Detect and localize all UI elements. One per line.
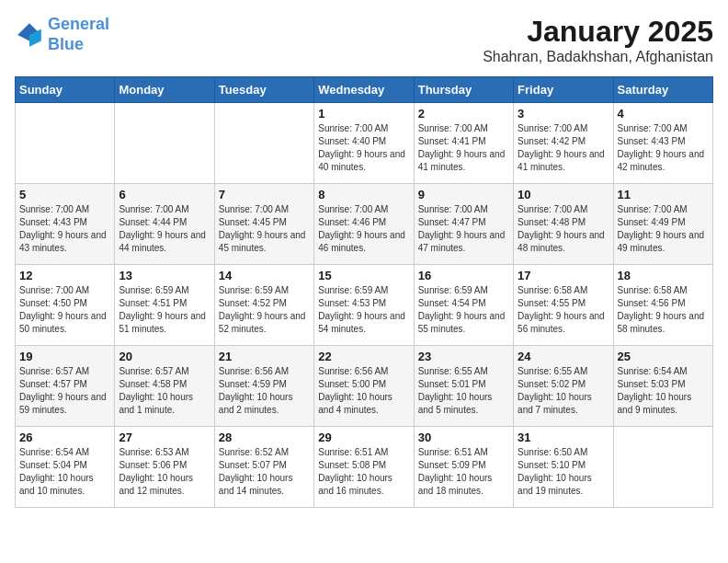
header-saturday: Saturday <box>613 77 712 103</box>
table-row: 27Sunrise: 6:53 AM Sunset: 5:06 PM Dayli… <box>115 427 214 508</box>
logo: General Blue <box>15 15 109 54</box>
day-number: 10 <box>518 188 609 201</box>
table-row: 30Sunrise: 6:51 AM Sunset: 5:09 PM Dayli… <box>414 427 513 508</box>
table-row <box>115 103 214 184</box>
day-info: Sunrise: 6:55 AM Sunset: 5:01 PM Dayligh… <box>418 365 509 417</box>
day-number: 5 <box>19 188 110 201</box>
day-number: 13 <box>119 269 210 282</box>
table-row: 20Sunrise: 6:57 AM Sunset: 4:58 PM Dayli… <box>115 346 214 427</box>
day-info: Sunrise: 7:00 AM Sunset: 4:40 PM Dayligh… <box>318 122 409 174</box>
day-number: 30 <box>418 431 509 444</box>
day-number: 9 <box>418 188 509 201</box>
day-info: Sunrise: 7:00 AM Sunset: 4:43 PM Dayligh… <box>618 122 709 174</box>
day-number: 2 <box>418 107 509 121</box>
table-row: 12Sunrise: 7:00 AM Sunset: 4:50 PM Dayli… <box>16 265 115 346</box>
title-block: January 2025 Shahran, Badakhshan, Afghan… <box>483 15 713 65</box>
day-number: 11 <box>618 188 709 201</box>
table-row: 5Sunrise: 7:00 AM Sunset: 4:43 PM Daylig… <box>16 184 115 265</box>
header-thursday: Thursday <box>414 77 513 103</box>
day-number: 25 <box>618 350 709 363</box>
table-row: 6Sunrise: 7:00 AM Sunset: 4:44 PM Daylig… <box>115 184 214 265</box>
weekday-header-row: Sunday Monday Tuesday Wednesday Thursday… <box>16 77 713 103</box>
day-info: Sunrise: 6:52 AM Sunset: 5:07 PM Dayligh… <box>219 446 310 498</box>
table-row: 10Sunrise: 7:00 AM Sunset: 4:48 PM Dayli… <box>514 184 613 265</box>
calendar-week-row: 26Sunrise: 6:54 AM Sunset: 5:04 PM Dayli… <box>16 427 713 508</box>
day-info: Sunrise: 7:00 AM Sunset: 4:42 PM Dayligh… <box>518 122 609 174</box>
table-row: 17Sunrise: 6:58 AM Sunset: 4:55 PM Dayli… <box>514 265 613 346</box>
header-friday: Friday <box>514 77 613 103</box>
day-info: Sunrise: 7:00 AM Sunset: 4:41 PM Dayligh… <box>418 122 509 174</box>
day-info: Sunrise: 6:57 AM Sunset: 4:58 PM Dayligh… <box>119 365 210 417</box>
day-number: 26 <box>19 431 110 444</box>
calendar-week-row: 19Sunrise: 6:57 AM Sunset: 4:57 PM Dayli… <box>16 346 713 427</box>
table-row: 7Sunrise: 7:00 AM Sunset: 4:45 PM Daylig… <box>214 184 313 265</box>
calendar-week-row: 12Sunrise: 7:00 AM Sunset: 4:50 PM Dayli… <box>16 265 713 346</box>
day-info: Sunrise: 6:53 AM Sunset: 5:06 PM Dayligh… <box>119 446 210 498</box>
day-info: Sunrise: 6:59 AM Sunset: 4:52 PM Dayligh… <box>219 284 310 336</box>
day-info: Sunrise: 6:59 AM Sunset: 4:51 PM Dayligh… <box>119 284 210 336</box>
day-number: 7 <box>219 188 310 201</box>
header-monday: Monday <box>115 77 214 103</box>
table-row: 24Sunrise: 6:55 AM Sunset: 5:02 PM Dayli… <box>514 346 613 427</box>
logo-icon <box>15 20 44 50</box>
header-sunday: Sunday <box>16 77 115 103</box>
table-row: 28Sunrise: 6:52 AM Sunset: 5:07 PM Dayli… <box>214 427 313 508</box>
day-info: Sunrise: 7:00 AM Sunset: 4:45 PM Dayligh… <box>219 203 310 255</box>
day-number: 31 <box>518 431 609 444</box>
calendar-week-row: 1Sunrise: 7:00 AM Sunset: 4:40 PM Daylig… <box>16 103 713 184</box>
logo-text: General Blue <box>48 15 109 54</box>
table-row: 11Sunrise: 7:00 AM Sunset: 4:49 PM Dayli… <box>613 184 712 265</box>
table-row: 2Sunrise: 7:00 AM Sunset: 4:41 PM Daylig… <box>414 103 513 184</box>
day-number: 27 <box>119 431 210 444</box>
day-info: Sunrise: 6:51 AM Sunset: 5:08 PM Dayligh… <box>318 446 409 498</box>
table-row: 16Sunrise: 6:59 AM Sunset: 4:54 PM Dayli… <box>414 265 513 346</box>
table-row: 9Sunrise: 7:00 AM Sunset: 4:47 PM Daylig… <box>414 184 513 265</box>
day-number: 28 <box>219 431 310 444</box>
table-row: 4Sunrise: 7:00 AM Sunset: 4:43 PM Daylig… <box>613 103 712 184</box>
day-info: Sunrise: 6:59 AM Sunset: 4:54 PM Dayligh… <box>418 284 509 336</box>
day-info: Sunrise: 6:56 AM Sunset: 5:00 PM Dayligh… <box>318 365 409 417</box>
day-info: Sunrise: 6:59 AM Sunset: 4:53 PM Dayligh… <box>318 284 409 336</box>
table-row: 15Sunrise: 6:59 AM Sunset: 4:53 PM Dayli… <box>314 265 414 346</box>
day-number: 3 <box>518 107 609 121</box>
day-number: 20 <box>119 350 210 363</box>
day-number: 21 <box>219 350 310 363</box>
month-title: January 2025 <box>483 15 713 49</box>
day-info: Sunrise: 7:00 AM Sunset: 4:48 PM Dayligh… <box>518 203 609 255</box>
table-row: 1Sunrise: 7:00 AM Sunset: 4:40 PM Daylig… <box>314 103 414 184</box>
day-number: 1 <box>318 107 409 121</box>
table-row: 8Sunrise: 7:00 AM Sunset: 4:46 PM Daylig… <box>314 184 414 265</box>
day-number: 23 <box>418 350 509 363</box>
table-row: 19Sunrise: 6:57 AM Sunset: 4:57 PM Dayli… <box>16 346 115 427</box>
header-wednesday: Wednesday <box>314 77 414 103</box>
day-info: Sunrise: 7:00 AM Sunset: 4:43 PM Dayligh… <box>19 203 110 255</box>
day-info: Sunrise: 7:00 AM Sunset: 4:46 PM Dayligh… <box>318 203 409 255</box>
day-info: Sunrise: 7:00 AM Sunset: 4:47 PM Dayligh… <box>418 203 509 255</box>
table-row <box>613 427 712 508</box>
table-row: 14Sunrise: 6:59 AM Sunset: 4:52 PM Dayli… <box>214 265 313 346</box>
day-info: Sunrise: 6:54 AM Sunset: 5:03 PM Dayligh… <box>618 365 709 417</box>
day-info: Sunrise: 7:00 AM Sunset: 4:49 PM Dayligh… <box>618 203 709 255</box>
day-number: 14 <box>219 269 310 282</box>
table-row: 23Sunrise: 6:55 AM Sunset: 5:01 PM Dayli… <box>414 346 513 427</box>
page-header: General Blue January 2025 Shahran, Badak… <box>15 15 713 65</box>
day-number: 15 <box>318 269 409 282</box>
day-info: Sunrise: 6:55 AM Sunset: 5:02 PM Dayligh… <box>518 365 609 417</box>
day-number: 4 <box>618 107 709 121</box>
table-row: 13Sunrise: 6:59 AM Sunset: 4:51 PM Dayli… <box>115 265 214 346</box>
table-row: 22Sunrise: 6:56 AM Sunset: 5:00 PM Dayli… <box>314 346 414 427</box>
day-number: 22 <box>318 350 409 363</box>
day-number: 17 <box>518 269 609 282</box>
day-number: 6 <box>119 188 210 201</box>
header-tuesday: Tuesday <box>214 77 313 103</box>
day-number: 29 <box>318 431 409 444</box>
day-number: 12 <box>19 269 110 282</box>
day-info: Sunrise: 6:58 AM Sunset: 4:56 PM Dayligh… <box>618 284 709 336</box>
table-row: 21Sunrise: 6:56 AM Sunset: 4:59 PM Dayli… <box>214 346 313 427</box>
day-info: Sunrise: 6:56 AM Sunset: 4:59 PM Dayligh… <box>219 365 310 417</box>
day-info: Sunrise: 7:00 AM Sunset: 4:44 PM Dayligh… <box>119 203 210 255</box>
day-number: 16 <box>418 269 509 282</box>
table-row <box>214 103 313 184</box>
day-number: 19 <box>19 350 110 363</box>
table-row: 31Sunrise: 6:50 AM Sunset: 5:10 PM Dayli… <box>514 427 613 508</box>
